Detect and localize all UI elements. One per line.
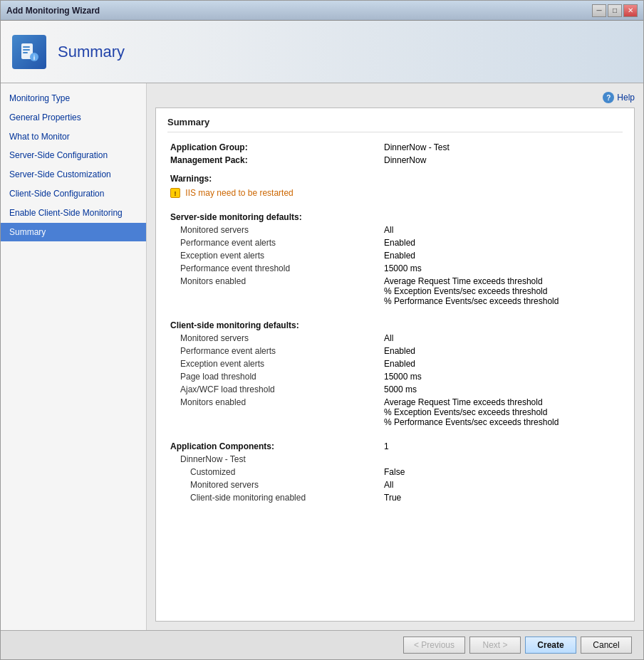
client-perf-alerts-value: Enabled <box>381 345 623 357</box>
mgmt-pack-label: Management Pack: <box>167 154 381 167</box>
comp-monitored-servers-label: Monitored servers <box>167 478 381 491</box>
client-exception-alerts-value: Enabled <box>381 357 623 370</box>
monitored-servers-label: Monitored servers <box>167 224 381 236</box>
app-group-value: DinnerNow - Test <box>381 141 623 154</box>
svg-text:i: i <box>33 54 36 61</box>
monitors-enabled-value1-server: Average Request Time exceeds threshold %… <box>381 275 623 308</box>
next-button[interactable]: Next > <box>469 637 521 654</box>
sidebar-item-monitoring-type[interactable]: Monitoring Type <box>1 89 146 108</box>
table-row: Performance event alerts Enabled <box>167 236 623 249</box>
server-section-header-row: Server-side monitoring defaults: <box>167 205 623 224</box>
warning-text: ! IIS may need to be restarted <box>167 185 623 199</box>
close-button[interactable]: ✕ <box>623 4 638 17</box>
footer: < Previous Next > Create Cancel <box>1 630 643 659</box>
svg-rect-1 <box>23 46 30 48</box>
sidebar-item-enable-client-side-monitoring[interactable]: Enable Client-Side Monitoring <box>1 204 146 223</box>
sidebar-item-general-properties[interactable]: General Properties <box>1 108 146 127</box>
warnings-header-row: Warnings: <box>167 172 623 185</box>
table-row: Performance event alerts Enabled <box>167 345 623 357</box>
svg-rect-3 <box>23 52 28 53</box>
table-row: Performance event threshold 15000 ms <box>167 262 623 275</box>
app-components-count: 1 <box>381 434 623 453</box>
monitors-enabled-label-server: Monitors enabled <box>167 275 381 308</box>
client-exception-alerts-label: Exception event alerts <box>167 357 381 370</box>
summary-table: Application Group: DinnerNow - Test Mana… <box>167 141 623 504</box>
main-area: Monitoring Type General Properties What … <box>1 83 643 630</box>
customized-label: Customized <box>167 466 381 478</box>
app-components-header-row: Application Components: 1 <box>167 434 623 453</box>
table-row: Monitors enabled Average Request Time ex… <box>167 275 623 308</box>
help-row: ? Help <box>155 92 635 103</box>
table-row: Monitored servers All <box>167 478 623 491</box>
customized-value: False <box>381 466 623 478</box>
previous-button[interactable]: < Previous <box>403 637 465 654</box>
client-monitoring-enabled-value: True <box>381 491 623 504</box>
client-monitoring-enabled-label: Client-side monitoring enabled <box>167 491 381 504</box>
title-controls: ─ □ ✕ <box>592 4 638 17</box>
spacer-row <box>167 308 623 313</box>
table-row: Ajax/WCF load threshold 5000 ms <box>167 383 623 396</box>
spacer-row <box>167 429 623 434</box>
monitored-servers-value: All <box>381 224 623 236</box>
client-monitored-servers-value: All <box>381 332 623 345</box>
ajax-wcf-threshold-value: 5000 ms <box>381 383 623 396</box>
help-link[interactable]: ? Help <box>603 92 635 103</box>
title-bar: Add Monitoring Wizard ─ □ ✕ <box>1 1 643 21</box>
mgmt-pack-value: DinnerNow <box>381 154 623 167</box>
app-group-label: Application Group: <box>167 141 381 154</box>
table-row: Management Pack: DinnerNow <box>167 154 623 167</box>
spacer-row <box>167 167 623 172</box>
cancel-button[interactable]: Cancel <box>581 637 632 654</box>
monitors-enabled-value1-client: Average Request Time exceeds threshold %… <box>381 396 623 429</box>
main-window: Add Monitoring Wizard ─ □ ✕ i Summary Mo… <box>0 0 644 660</box>
sidebar-item-client-side-configuration[interactable]: Client-Side Configuration <box>1 184 146 204</box>
warning-icon: ! <box>170 188 180 198</box>
sidebar-item-summary[interactable]: Summary <box>1 223 146 242</box>
table-row: Page load threshold 15000 ms <box>167 370 623 383</box>
table-row: DinnerNow - Test <box>167 453 623 466</box>
warning-message: IIS may need to be restarted <box>185 188 293 198</box>
table-row: Customized False <box>167 466 623 478</box>
monitors-enabled-label-client: Monitors enabled <box>167 396 381 429</box>
exception-event-alerts-value: Enabled <box>381 249 623 262</box>
table-row: Monitored servers All <box>167 332 623 345</box>
perf-event-threshold-label: Performance event threshold <box>167 262 381 275</box>
summary-panel-title: Summary <box>167 117 623 132</box>
perf-event-threshold-value: 15000 ms <box>381 262 623 275</box>
svg-rect-2 <box>23 49 30 51</box>
comp-monitored-servers-value: All <box>381 478 623 491</box>
page-load-threshold-value: 15000 ms <box>381 370 623 383</box>
maximize-button[interactable]: □ <box>608 4 622 17</box>
table-row: Client-side monitoring enabled True <box>167 491 623 504</box>
table-row: Exception event alerts Enabled <box>167 357 623 370</box>
client-perf-alerts-label: Performance event alerts <box>167 345 381 357</box>
warning-row: ! IIS may need to be restarted <box>167 185 623 199</box>
table-row: Monitors enabled Average Request Time ex… <box>167 396 623 429</box>
header: i Summary <box>1 21 643 83</box>
exception-event-alerts-label: Exception event alerts <box>167 249 381 262</box>
page-load-threshold-label: Page load threshold <box>167 370 381 383</box>
header-icon: i <box>12 35 46 69</box>
table-row: Exception event alerts Enabled <box>167 249 623 262</box>
server-section-header: Server-side monitoring defaults: <box>167 205 381 224</box>
sidebar-item-server-side-configuration[interactable]: Server-Side Configuration <box>1 146 146 165</box>
minimize-button[interactable]: ─ <box>592 4 606 17</box>
help-label: Help <box>617 93 635 103</box>
sidebar: Monitoring Type General Properties What … <box>1 83 147 630</box>
create-button[interactable]: Create <box>525 637 576 654</box>
client-monitored-servers-label: Monitored servers <box>167 332 381 345</box>
dinnernow-test-label: DinnerNow - Test <box>167 453 381 466</box>
client-section-header-row: Client-side monitoring defaults: <box>167 313 623 332</box>
client-section-header: Client-side monitoring defaults: <box>167 313 381 332</box>
warnings-label: Warnings: <box>167 172 381 185</box>
sidebar-item-what-to-monitor[interactable]: What to Monitor <box>1 127 146 147</box>
window-title: Add Monitoring Wizard <box>6 6 592 16</box>
header-title: Summary <box>58 43 125 61</box>
perf-event-alerts-value: Enabled <box>381 236 623 249</box>
ajax-wcf-threshold-label: Ajax/WCF load threshold <box>167 383 381 396</box>
sidebar-item-server-side-customization[interactable]: Server-Side Customization <box>1 165 146 184</box>
help-icon: ? <box>603 92 614 103</box>
app-components-header: Application Components: <box>167 434 381 453</box>
table-row: Monitored servers All <box>167 224 623 236</box>
summary-panel: Summary Application Group: DinnerNow - T… <box>155 108 635 622</box>
